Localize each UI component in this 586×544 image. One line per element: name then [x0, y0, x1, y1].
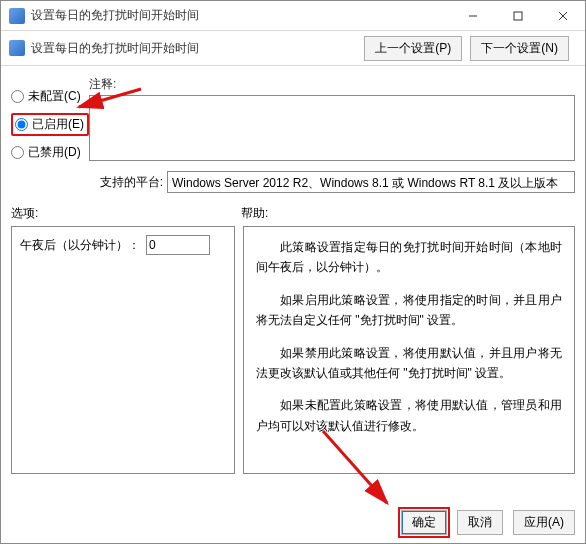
radio-enabled[interactable]: 已启用(E) [11, 113, 89, 136]
minutes-spinner[interactable] [146, 235, 210, 255]
comment-textarea[interactable] [89, 95, 575, 161]
subheader: 设置每日的免打扰时间开始时间 上一个设置(P) 下一个设置(N) [1, 31, 585, 65]
divider [1, 65, 585, 66]
maximize-button[interactable] [495, 1, 540, 30]
cancel-button[interactable]: 取消 [457, 510, 503, 535]
ok-button[interactable]: 确定 [401, 510, 447, 535]
apply-button[interactable]: 应用(A) [513, 510, 575, 535]
dialog-window: 设置每日的免打扰时间开始时间 设置每日的免打扰时间开始时间 上一个设置(P) 下… [0, 0, 586, 544]
app-icon [9, 8, 25, 24]
platform-label: 支持的平台: [89, 171, 167, 191]
titlebar: 设置每日的免打扰时间开始时间 [1, 1, 585, 31]
options-label: 选项: [11, 205, 241, 222]
radio-group: 未配置(C) 已启用(E) 已禁用(D) [11, 76, 89, 193]
radio-not-configured-label: 未配置(C) [28, 88, 81, 105]
help-pane: 此策略设置指定每日的免打扰时间开始时间（本地时间午夜后，以分钟计）。 如果启用此… [243, 226, 575, 474]
close-button[interactable] [540, 1, 585, 30]
radio-disabled-label: 已禁用(D) [28, 144, 81, 161]
window-buttons [450, 1, 585, 30]
radio-not-configured[interactable]: 未配置(C) [11, 88, 89, 105]
platform-value: Windows Server 2012 R2、Windows 8.1 或 Win… [167, 171, 575, 193]
help-label: 帮助: [241, 205, 268, 222]
next-setting-button[interactable]: 下一个设置(N) [470, 36, 569, 61]
help-paragraph: 如果启用此策略设置，将使用指定的时间，并且用户将无法自定义任何 "免打扰时间" … [256, 290, 562, 331]
help-paragraph: 此策略设置指定每日的免打扰时间开始时间（本地时间午夜后，以分钟计）。 [256, 237, 562, 278]
radio-disabled[interactable]: 已禁用(D) [11, 144, 89, 161]
window-title: 设置每日的免打扰时间开始时间 [31, 7, 450, 24]
minimize-button[interactable] [450, 1, 495, 30]
svg-rect-1 [514, 12, 522, 20]
spinner-label: 午夜后（以分钟计）： [20, 237, 140, 254]
dialog-footer: 确定 取消 应用(A) [401, 510, 575, 535]
radio-enabled-label: 已启用(E) [32, 116, 84, 133]
options-pane: 午夜后（以分钟计）： [11, 226, 235, 474]
comment-label: 注释: [89, 76, 575, 93]
help-paragraph: 如果未配置此策略设置，将使用默认值，管理员和用户均可以对该默认值进行修改。 [256, 395, 562, 436]
previous-setting-button[interactable]: 上一个设置(P) [364, 36, 462, 61]
policy-icon [9, 40, 25, 56]
help-paragraph: 如果禁用此策略设置，将使用默认值，并且用户将无法更改该默认值或其他任何 "免打扰… [256, 343, 562, 384]
policy-title: 设置每日的免打扰时间开始时间 [31, 40, 364, 57]
